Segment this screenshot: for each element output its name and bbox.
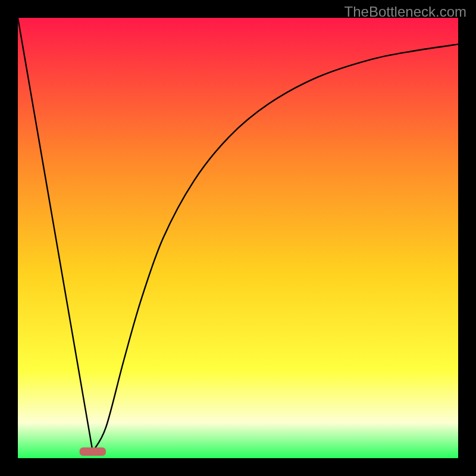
optimal-marker	[80, 447, 106, 456]
plot-area	[18, 18, 458, 458]
chart-svg	[18, 18, 458, 458]
heat-gradient-background	[18, 18, 458, 458]
watermark-text: TheBottleneck.com	[345, 4, 466, 20]
chart-frame: TheBottleneck.com	[0, 0, 476, 476]
